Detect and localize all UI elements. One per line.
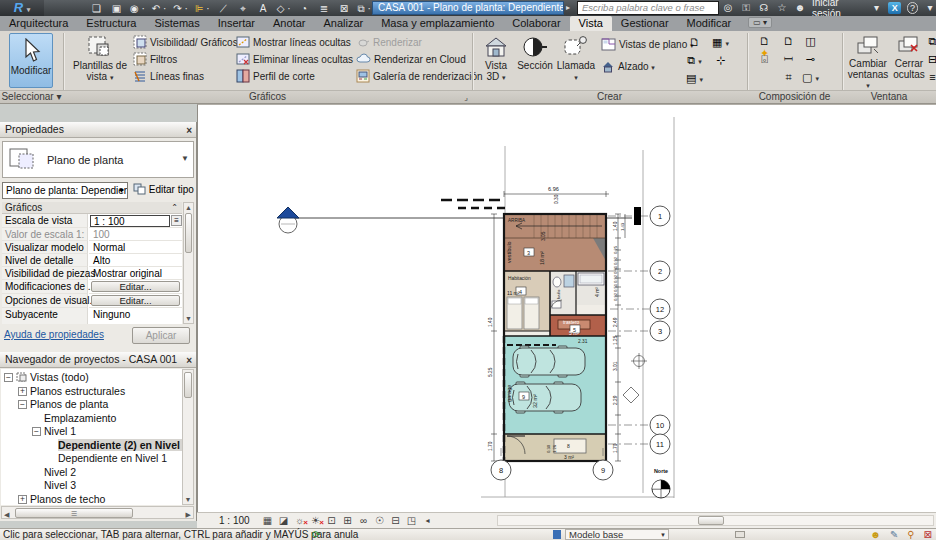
view-scale-button[interactable]: 1 : 100 (219, 515, 250, 526)
default-3d-view-icon[interactable]: ◇ · (277, 2, 291, 15)
switch-windows-button[interactable]: Cambiarventanas ▾ (847, 33, 889, 92)
tab-vista[interactable]: Vista (570, 16, 612, 31)
view-reference-icon[interactable]: ⊸ (802, 53, 819, 68)
viewport-icon[interactable]: ⌻ (756, 53, 773, 68)
browser-vscrollbar[interactable]: ▼ (182, 369, 194, 505)
communication-center-icon[interactable]: ☊ (758, 2, 770, 14)
section-header-graficos[interactable]: Gráficos⌃ (2, 202, 182, 214)
cut-profile-item[interactable]: Perfil de corte (236, 69, 315, 85)
tree-item-nivel2[interactable]: Nivel 2 (44, 466, 76, 480)
tree-item-nivel1[interactable]: −Nivel 1 (32, 425, 76, 439)
tree-item-dependiente[interactable]: Dependiente en Nivel 1 (58, 452, 167, 466)
view-templates-button[interactable]: Plantillas de vista ▾ (72, 33, 128, 83)
close-hidden-button[interactable]: Cerrarocultas (891, 33, 927, 80)
tab-insertar[interactable]: Insertar (209, 16, 264, 31)
collapse-icon[interactable]: − (4, 373, 13, 382)
canvas-hscrollbar[interactable] (497, 515, 934, 526)
render-in-cloud-item[interactable]: Renderizar en Cloud (356, 52, 466, 68)
sheet-icon[interactable]: 🗋 (780, 35, 797, 50)
scroll-down-icon[interactable]: ▼ (183, 495, 193, 504)
type-selector[interactable]: Plano de planta ▼ (2, 141, 194, 178)
callout-button[interactable]: Llamada▾ (556, 33, 596, 83)
collapse-icon[interactable]: − (18, 400, 27, 409)
thin-lines-item[interactable]: Líneas finas (133, 69, 204, 85)
section-icon[interactable]: ◔ (297, 2, 310, 15)
exclude-options-icon[interactable]: ⊠ (924, 529, 932, 540)
print-icon[interactable]: ◉ · (130, 2, 145, 15)
expand-icon[interactable]: + (18, 387, 27, 396)
modify-button[interactable]: Modificar (9, 33, 53, 88)
prop-value-escala[interactable]: 1 : 100≡ (89, 214, 182, 228)
thin-lines-icon[interactable]: ≣ (317, 2, 330, 15)
show-crop-region-icon[interactable]: ⊞ (341, 514, 354, 527)
user-interface-icon[interactable]: ≡ (924, 71, 936, 86)
panel-launcher-icon[interactable]: ⌟ (464, 92, 468, 104)
scroll-left-icon[interactable]: ◀ (4, 510, 9, 519)
section-head-marker[interactable] (634, 207, 641, 225)
apply-button[interactable]: Aplicar (132, 327, 190, 344)
detail-level-icon[interactable]: ▦ (261, 514, 274, 527)
tile-windows-icon[interactable]: ⊟ (924, 53, 936, 68)
panel-label-composicion[interactable]: Composición de plano (747, 90, 842, 103)
remove-hidden-lines-item[interactable]: Eliminar líneas ocultas (236, 52, 353, 68)
schedules-icon[interactable]: ▦ ▾ (712, 36, 729, 51)
instance-selector[interactable]: Plano de planta: Dependient▼ (2, 182, 128, 199)
design-options-select[interactable]: Modelo base▼ (565, 529, 669, 540)
filters-item[interactable]: Filtros (133, 52, 177, 68)
open-icon[interactable]: ❏ (90, 2, 103, 15)
browser-hscrollbar[interactable]: ◀ ☰ ▶ (1, 506, 194, 519)
panel-label-ventana[interactable]: Ventana (842, 90, 936, 103)
new-sheet-icon[interactable]: 🗋✦ (756, 35, 773, 50)
status-refresh-icon[interactable]: ⟳ (312, 529, 320, 540)
scope-box-icon[interactable]: ⊹ (712, 54, 729, 69)
measure-icon[interactable]: ⊫ · (195, 2, 210, 15)
tag-icon[interactable]: ⌖ (237, 2, 250, 15)
section-button[interactable]: Sección (516, 33, 554, 72)
tree-item-dependiente2[interactable]: Dependiente (2) en Nivel 1 (58, 439, 183, 453)
tab-gestionar[interactable]: Gestionar (612, 16, 678, 31)
drafting-view-icon[interactable]: 🗋 (686, 36, 703, 51)
tree-item-vistas[interactable]: −Vistas (todo) (4, 371, 89, 385)
undo-icon[interactable]: ↶ · (152, 2, 167, 15)
properties-scrollbar[interactable]: ▲ ▼ (183, 202, 194, 324)
help-dropdown-icon[interactable]: ▾ (924, 2, 936, 14)
scroll-up-icon[interactable]: ▲ (184, 203, 193, 212)
help-icon[interactable]: ? (907, 2, 918, 14)
close-icon[interactable]: × (186, 123, 192, 138)
tree-item-emplazamiento[interactable]: Emplazamiento (44, 412, 116, 426)
guide-grid-icon[interactable]: ⌗ (780, 71, 797, 86)
scale-list-button[interactable]: ≡ (171, 215, 182, 226)
properties-help-link[interactable]: Ayuda de propiedades (4, 329, 104, 340)
select-pin-icon[interactable]: ⚲ (907, 529, 914, 540)
tree-item-planos-de-techo[interactable]: +Planos de techo (18, 493, 105, 506)
matchline-icon[interactable]: 𝄩 (780, 53, 797, 68)
duplicate-view-icon[interactable]: ⧉ ▾ (686, 54, 703, 69)
search-input[interactable]: Escriba palabra clave o frase (577, 1, 719, 15)
edit-type-button[interactable]: Editar tipo (133, 182, 195, 199)
tab-estructura[interactable]: Estructura (77, 16, 145, 31)
app-menu-button[interactable]: R ▾ (0, 0, 44, 16)
crop-view-icon[interactable]: ⊡ (325, 514, 338, 527)
edit-button[interactable]: Editar... (91, 295, 180, 306)
tab-analizar[interactable]: Analizar (314, 16, 372, 31)
level-diamond-marker[interactable] (623, 387, 639, 403)
temporary-hide-isolate-icon[interactable]: ☉ (373, 514, 386, 527)
prop-value[interactable]: Mostrar original (89, 267, 182, 280)
save-icon[interactable]: ▣ (110, 2, 123, 15)
plan-views-item[interactable]: Vistas de plano ▾ (601, 37, 694, 53)
project-browser-header[interactable]: Navegador de proyectos - CASA 001× (0, 352, 196, 368)
tab-anotar[interactable]: Anotar (264, 16, 314, 31)
show-hidden-lines-item[interactable]: Mostrar líneas ocultas (236, 35, 351, 51)
tree-item-nivel3[interactable]: Nivel 3 (44, 479, 76, 493)
collapse-icon[interactable]: − (32, 427, 41, 436)
prop-value[interactable]: Ninguno (89, 308, 182, 324)
title-block-icon[interactable]: ◫ (802, 35, 819, 50)
aligned-dimension-icon[interactable]: ⟋ (217, 2, 230, 15)
analytical-model-icon[interactable]: ◳ (405, 514, 418, 527)
tab-arquitectura[interactable]: Arquitectura (0, 16, 77, 31)
hscroll-thumb[interactable] (698, 516, 724, 525)
render-gallery-item[interactable]: Galería de renderización (356, 69, 483, 85)
visibility-graphics-item[interactable]: Visibilidad/ Gráficos (133, 35, 238, 51)
collapse-section-icon[interactable]: ⌃ (171, 202, 178, 214)
search-binoculars-icon[interactable]: ◎ (722, 2, 734, 14)
